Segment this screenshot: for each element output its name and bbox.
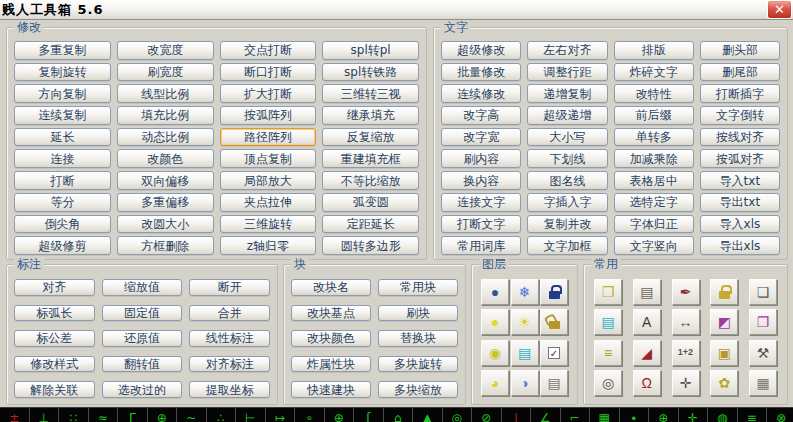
cad-tool-icon[interactable]: ∠ bbox=[531, 407, 561, 422]
tool-button[interactable]: 递增复制 bbox=[527, 84, 607, 103]
tool-button[interactable]: 连续复制 bbox=[14, 106, 111, 125]
magnet-button[interactable]: Ω bbox=[633, 370, 661, 396]
tool-button[interactable]: 夹点拉伸 bbox=[220, 193, 317, 212]
tool-button[interactable]: 超级修剪 bbox=[14, 236, 111, 255]
layer-lock-button[interactable] bbox=[540, 279, 568, 305]
text-style-button[interactable]: A bbox=[633, 309, 661, 335]
keyboard-button[interactable]: ▦ bbox=[749, 370, 777, 396]
tool-button[interactable]: 打断插字 bbox=[700, 84, 780, 103]
tool-button[interactable]: 排版 bbox=[614, 41, 694, 60]
tool-button[interactable]: 按弧阵列 bbox=[220, 106, 317, 125]
close-button[interactable]: ✕ bbox=[767, 0, 792, 19]
tool-button[interactable]: 字插入字 bbox=[527, 193, 607, 212]
cad-tool-icon[interactable]: ± bbox=[0, 407, 30, 422]
export-doc-button[interactable]: ❏ bbox=[749, 279, 777, 305]
stamp-button[interactable]: ▣ bbox=[710, 340, 738, 366]
tool-button[interactable]: 不等比缩放 bbox=[322, 171, 419, 190]
tool-button[interactable]: 调整行距 bbox=[527, 63, 607, 82]
tool-button[interactable]: 缩放值 bbox=[102, 279, 183, 296]
layer-off-button[interactable]: ● bbox=[481, 279, 509, 305]
cad-tool-icon[interactable]: ≈ bbox=[89, 407, 119, 422]
layer-on-lock-button[interactable]: ◉ bbox=[481, 340, 509, 366]
tool-button[interactable]: 翻转值 bbox=[102, 356, 183, 373]
tool-button[interactable]: 连续修改 bbox=[441, 84, 521, 103]
tools-button[interactable]: ⚒ bbox=[749, 340, 777, 366]
tool-button[interactable]: 替换块 bbox=[378, 330, 458, 347]
cad-tool-icon[interactable]: ∘ bbox=[295, 407, 325, 422]
layer-translate-button[interactable]: ▤ bbox=[594, 309, 622, 335]
cad-tool-icon[interactable]: Γ bbox=[118, 407, 148, 422]
tool-button[interactable]: 反复缩放 bbox=[322, 128, 419, 147]
layer-select-button[interactable]: ✓ bbox=[540, 340, 568, 366]
tool-button[interactable]: 导入txt bbox=[700, 171, 780, 190]
tool-button[interactable]: 断口打断 bbox=[220, 63, 317, 82]
tool-button[interactable]: 按弧对齐 bbox=[700, 149, 780, 168]
tool-button[interactable]: 对齐标注 bbox=[189, 356, 270, 373]
cad-tool-icon[interactable]: ∣ bbox=[502, 407, 532, 422]
cad-tool-icon[interactable]: ✛ bbox=[679, 407, 709, 422]
tool-button[interactable]: 改字宽 bbox=[441, 128, 521, 147]
tool-button[interactable]: 改块基点 bbox=[291, 305, 371, 322]
tool-button[interactable]: 提取坐标 bbox=[189, 381, 270, 398]
tool-button[interactable]: 还原值 bbox=[102, 330, 183, 347]
tool-button[interactable]: 顶点复制 bbox=[220, 149, 317, 168]
cad-tool-icon[interactable]: ~ bbox=[177, 407, 207, 422]
tool-button[interactable]: 超级修改 bbox=[441, 41, 521, 60]
cad-tool-icon[interactable]: ⊗ bbox=[767, 407, 793, 422]
tool-button[interactable]: z轴归零 bbox=[220, 236, 317, 255]
write-block-button[interactable]: ❐ bbox=[749, 309, 777, 335]
cad-tool-icon[interactable]: ⊥ bbox=[30, 407, 60, 422]
tool-button[interactable]: 方框删除 bbox=[117, 236, 214, 255]
tool-button[interactable]: 三维转三视 bbox=[322, 84, 419, 103]
cad-tool-icon[interactable]: ◍ bbox=[708, 407, 738, 422]
tool-button[interactable]: 常用块 bbox=[378, 279, 458, 296]
cad-tool-icon[interactable]: ∴ bbox=[207, 407, 237, 422]
tool-button[interactable]: 选改过的 bbox=[102, 381, 183, 398]
tool-button[interactable]: 炸属性块 bbox=[291, 356, 371, 373]
layer-unlock-button[interactable] bbox=[540, 309, 568, 335]
cad-tool-icon[interactable]: ⌂ bbox=[384, 407, 414, 422]
tool-button[interactable]: 打断 bbox=[14, 171, 111, 190]
block-edit-button[interactable]: ◩ bbox=[710, 309, 738, 335]
tool-button[interactable]: 改字高 bbox=[441, 106, 521, 125]
tool-button[interactable]: 对齐 bbox=[14, 279, 95, 296]
layer-freeze-button[interactable]: ❄ bbox=[511, 279, 539, 305]
layer-toggle-button[interactable]: ◑ bbox=[511, 370, 539, 396]
tool-button[interactable]: 等分 bbox=[14, 193, 111, 212]
layer-to-current-button[interactable]: ▤ bbox=[511, 340, 539, 366]
tool-button[interactable]: 扩大打断 bbox=[220, 84, 317, 103]
cad-tool-icon[interactable]: ▦ bbox=[590, 407, 620, 422]
cad-tool-icon[interactable]: ⊘ bbox=[472, 407, 502, 422]
tool-button[interactable]: 常用词库 bbox=[441, 236, 521, 255]
lock-edit-button[interactable] bbox=[710, 279, 738, 305]
tool-button[interactable]: 批量修改 bbox=[441, 63, 521, 82]
ucs-button[interactable]: ✛ bbox=[672, 370, 700, 396]
tool-button[interactable]: 多块旋转 bbox=[378, 356, 458, 373]
layer-edit-button[interactable]: ▤ bbox=[540, 370, 568, 396]
tool-button[interactable]: 圆转多边形 bbox=[322, 236, 419, 255]
measure-button[interactable]: ≡ bbox=[594, 340, 622, 366]
tool-button[interactable]: 复制旋转 bbox=[14, 63, 111, 82]
cad-tool-icon[interactable]: ⊕ bbox=[649, 407, 679, 422]
tool-button[interactable]: 文字竖向 bbox=[614, 236, 694, 255]
tool-button[interactable]: 炸碎文字 bbox=[614, 63, 694, 82]
tool-button[interactable]: 大小写 bbox=[527, 128, 607, 147]
zoom-button[interactable]: ◎ bbox=[594, 370, 622, 396]
layer-thaw-button[interactable]: ☀ bbox=[511, 309, 539, 335]
tool-button[interactable]: spl转pl bbox=[322, 41, 419, 60]
print-button[interactable]: ▤ bbox=[633, 279, 661, 305]
tool-button[interactable]: 弧变圆 bbox=[322, 193, 419, 212]
tool-button[interactable]: 线型比例 bbox=[117, 84, 214, 103]
tool-button[interactable]: 交点打断 bbox=[220, 41, 317, 60]
tool-button[interactable]: 标弧长 bbox=[14, 305, 95, 322]
cad-tool-icon[interactable]: ⊢ bbox=[236, 407, 266, 422]
quick-dim-button[interactable]: ↔ bbox=[672, 309, 700, 335]
tool-button[interactable]: 定距延长 bbox=[322, 215, 419, 234]
tool-button[interactable]: 改块颜色 bbox=[291, 330, 371, 347]
cad-tool-icon[interactable]: ⊕ bbox=[148, 407, 178, 422]
tool-button[interactable]: 改颜色 bbox=[117, 149, 214, 168]
tool-button[interactable]: 下划线 bbox=[527, 149, 607, 168]
tool-button[interactable]: 连接 bbox=[14, 149, 111, 168]
tool-button[interactable]: 路径阵列 bbox=[220, 128, 317, 147]
tool-button[interactable]: 导出txt bbox=[700, 193, 780, 212]
